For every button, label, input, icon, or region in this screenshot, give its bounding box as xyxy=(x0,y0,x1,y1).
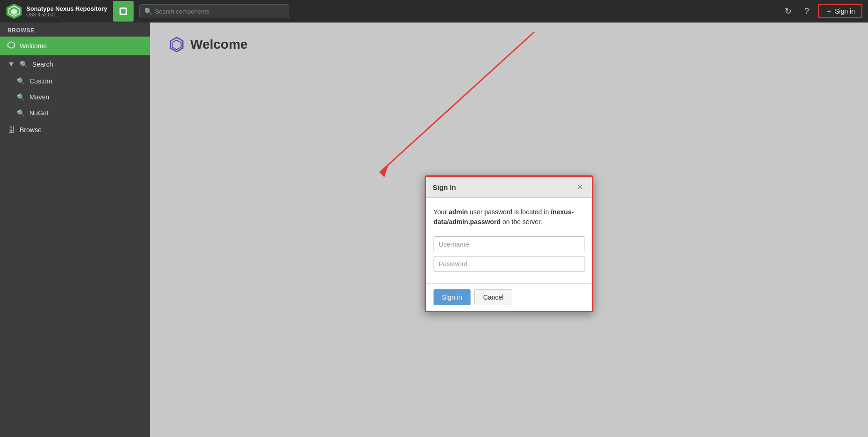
brand: Sonatype Nexus Repository OSS 3.53.0-01 xyxy=(6,3,107,20)
sidebar-item-custom[interactable]: 🔍 Custom xyxy=(0,73,150,89)
welcome-icon xyxy=(7,41,15,51)
signin-icon: → xyxy=(825,8,832,15)
refresh-button[interactable]: ↻ xyxy=(780,4,795,19)
sidebar-item-maven-label: Maven xyxy=(30,93,49,101)
page-title-area: Welcome xyxy=(169,37,849,53)
svg-marker-9 xyxy=(380,163,389,177)
brand-logo-icon xyxy=(6,3,22,20)
info-text-1: Your xyxy=(434,208,449,216)
close-icon: ✕ xyxy=(576,183,584,191)
signin-button[interactable]: → Sign in xyxy=(818,4,862,18)
sidebar-item-browse-label: Browse xyxy=(20,126,42,134)
sidebar-item-custom-label: Custom xyxy=(30,77,52,85)
search-icon-small: 🔍 xyxy=(20,60,28,68)
svg-line-8 xyxy=(380,32,534,173)
username-input[interactable] xyxy=(434,236,584,252)
help-icon: ? xyxy=(804,7,809,16)
brand-title: Sonatype Nexus Repository xyxy=(26,5,107,12)
modal-cancel-button[interactable]: Cancel xyxy=(474,289,513,305)
main-content: Welcome Sign In ✕ xyxy=(150,23,868,437)
topbar: Sonatype Nexus Repository OSS 3.53.0-01 … xyxy=(0,0,868,23)
maven-search-icon: 🔍 xyxy=(17,93,25,101)
modal-overlay: Sign In ✕ Your admin user password is lo… xyxy=(150,23,868,437)
custom-search-icon: 🔍 xyxy=(17,77,25,85)
nav-cube-icon[interactable] xyxy=(113,1,134,22)
search-expand-icon: ▼ xyxy=(7,60,15,68)
modal-body: Your admin user password is located in /… xyxy=(426,198,592,283)
refresh-icon: ↻ xyxy=(785,6,792,16)
signin-modal: Sign In ✕ Your admin user password is lo… xyxy=(425,175,593,312)
sidebar-item-browse[interactable]: 🗄 Browse xyxy=(0,121,150,139)
search-icon: 🔍 xyxy=(144,8,152,15)
info-text-2: user password is located in xyxy=(468,208,551,216)
info-text-3: on the server. xyxy=(501,218,542,226)
modal-footer: Sign in Cancel xyxy=(426,283,592,311)
sidebar-section-browse: Browse xyxy=(0,23,150,37)
modal-signin-button[interactable]: Sign in xyxy=(434,289,471,305)
layout: Browse Welcome ▼ 🔍 Search 🔍 Custom 🔍 Mav… xyxy=(0,23,868,437)
svg-rect-4 xyxy=(121,9,126,14)
modal-close-button[interactable]: ✕ xyxy=(574,181,585,193)
help-button[interactable]: ? xyxy=(799,4,814,19)
topbar-actions: ↻ ? → Sign in xyxy=(780,4,862,19)
sidebar-item-welcome[interactable]: Welcome xyxy=(0,37,150,55)
sidebar-item-nuget[interactable]: 🔍 NuGet xyxy=(0,105,150,121)
svg-marker-7 xyxy=(172,40,181,50)
sidebar: Browse Welcome ▼ 🔍 Search 🔍 Custom 🔍 Mav… xyxy=(0,23,150,437)
sidebar-item-search[interactable]: ▼ 🔍 Search xyxy=(0,55,150,73)
modal-header: Sign In ✕ xyxy=(426,177,592,198)
svg-marker-5 xyxy=(8,42,15,48)
modal-signin-label: Sign in xyxy=(442,294,462,301)
modal-title: Sign In xyxy=(433,183,456,191)
sidebar-item-welcome-label: Welcome xyxy=(20,42,47,50)
sidebar-item-search-label: Search xyxy=(32,60,53,68)
page-title-text: Welcome xyxy=(190,37,247,52)
search-bar: 🔍 xyxy=(139,4,289,18)
signin-label: Sign in xyxy=(835,8,855,15)
welcome-hex-icon xyxy=(169,37,185,53)
modal-cancel-label: Cancel xyxy=(483,294,504,301)
sidebar-item-maven[interactable]: 🔍 Maven xyxy=(0,89,150,105)
nuget-search-icon: 🔍 xyxy=(17,109,25,117)
browse-icon: 🗄 xyxy=(7,126,15,134)
cube-svg xyxy=(118,6,128,16)
sidebar-item-nuget-label: NuGet xyxy=(30,109,48,117)
info-bold-1: admin xyxy=(449,208,468,216)
brand-text: Sonatype Nexus Repository OSS 3.53.0-01 xyxy=(26,5,107,17)
modal-info-text: Your admin user password is located in /… xyxy=(434,207,584,227)
search-input[interactable] xyxy=(155,8,284,15)
brand-subtitle: OSS 3.53.0-01 xyxy=(26,12,107,17)
password-input[interactable] xyxy=(434,256,584,272)
